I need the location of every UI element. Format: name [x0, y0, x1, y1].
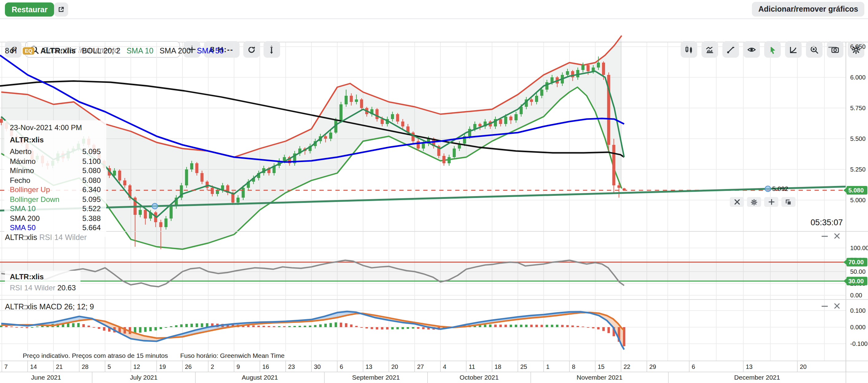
minimize-icon[interactable] — [821, 233, 829, 239]
candle-body — [540, 90, 544, 96]
legend-symbol: ALTR:xlis — [40, 47, 75, 55]
macd-histogram-bar — [489, 324, 491, 327]
close-icon — [734, 199, 740, 205]
trendline-price-label: 5.092 — [772, 185, 788, 192]
candle-body — [211, 188, 214, 194]
drawing-floating-toolbar — [730, 197, 796, 207]
macd-histogram-bar — [5, 326, 8, 327]
axis-label: 6 — [340, 363, 343, 370]
candle-body — [597, 63, 600, 68]
axis-label: June 2021 — [31, 374, 61, 381]
macd-histogram-bar — [185, 324, 188, 327]
macd-histogram-bar — [160, 327, 162, 329]
macd-histogram-bar — [515, 325, 517, 327]
macd-histogram-bar — [93, 327, 95, 328]
candle-body — [592, 68, 595, 71]
macd-histogram-bar — [309, 325, 311, 327]
axis-label: 2 — [211, 363, 214, 370]
macd-histogram-bar — [314, 325, 316, 327]
macd-histogram-bar — [330, 323, 332, 327]
axis-label: 28 — [82, 363, 89, 370]
axis-label: October 2021 — [460, 374, 498, 381]
candle-body — [550, 77, 554, 82]
macd-histogram-bar — [155, 327, 157, 330]
axis-label: 5.250 — [850, 166, 866, 173]
macd-histogram-bar — [335, 322, 337, 327]
macd-histogram-bar — [283, 326, 286, 327]
macd-histogram-bar — [72, 323, 75, 327]
close-icon[interactable] — [834, 233, 840, 239]
status-indicative-price: Preço indicativo. Preços com atraso de 1… — [19, 351, 172, 360]
close-icon[interactable] — [834, 303, 840, 309]
macd-histogram-bar — [144, 327, 147, 332]
axis-label: 0.000 — [850, 324, 866, 330]
candle-body — [515, 114, 518, 120]
chart-legend: 8 H EQ ALTR:xlis BOLL 20; 2 SMA 10 SMA 2… — [5, 47, 224, 55]
tooltip-row: SMA 105.522 — [10, 204, 101, 214]
trendline-handle[interactable] — [765, 186, 771, 192]
axis-label: 6.000 — [850, 74, 866, 81]
tooltip-row: Bollinger Up6.340 — [10, 185, 101, 195]
axis-label: 70.00 — [848, 259, 864, 266]
macd-histogram-bar — [587, 327, 589, 328]
candle-body — [587, 65, 590, 71]
candle-body — [535, 96, 538, 102]
axis-label: 27 — [417, 363, 424, 370]
candle-body — [355, 99, 358, 102]
duplicate-drawing-button[interactable] — [781, 197, 796, 207]
data-window: 23-Nov-2021 4:00 PM ALTR:xlis Aberto5.09… — [4, 120, 106, 237]
macd-histogram-bar — [82, 324, 85, 327]
candle-body — [144, 210, 147, 218]
candle-body — [447, 157, 451, 163]
macd-histogram-bar — [546, 325, 548, 327]
macd-histogram-bar — [582, 326, 584, 327]
macd-histogram-bar — [304, 325, 306, 327]
rsi-value: 20.63 — [57, 284, 76, 292]
trendline-handle[interactable] — [152, 204, 158, 209]
macd-histogram-bar — [201, 323, 203, 327]
legend-sma200: SMA 200 — [159, 47, 190, 55]
axis-label: August 2021 — [242, 374, 278, 381]
macd-histogram-bar — [504, 325, 507, 327]
axis-label: December 2021 — [734, 374, 780, 381]
macd-histogram-bar — [288, 326, 291, 327]
tooltip-row: Aberto5.095 — [10, 147, 101, 157]
axis-label: July 2021 — [130, 374, 158, 381]
macd-histogram-bar — [412, 327, 414, 329]
macd-histogram-bar — [252, 325, 255, 327]
add-drawing-button[interactable] — [764, 197, 778, 207]
candle-body — [200, 173, 204, 182]
macd-histogram-bar — [257, 325, 260, 327]
macd-histogram-bar — [67, 323, 69, 327]
minimize-icon[interactable] — [828, 44, 835, 50]
macd-histogram-bar — [417, 327, 420, 329]
axis-label: September 2021 — [352, 374, 400, 381]
candle-body — [242, 188, 245, 198]
macd-histogram-bar — [340, 322, 342, 327]
drawing-settings-button[interactable] — [747, 197, 761, 207]
macd-histogram-bar — [103, 327, 105, 330]
candle-body — [113, 171, 116, 176]
axis-label: 11 — [469, 363, 475, 370]
candle-body — [582, 65, 585, 70]
axis-label: 6.250 — [850, 43, 866, 50]
legend-sma10: SMA 10 — [127, 47, 154, 55]
macd-histogram-bar — [391, 327, 394, 329]
macd-name: MACD 26; 12; 9 — [39, 303, 94, 311]
macd-histogram-bar — [608, 327, 610, 333]
axis-label: 29 — [649, 363, 656, 370]
macd-histogram-bar — [190, 324, 193, 327]
tooltip-row: SMA 2005.388 — [10, 214, 101, 223]
minimize-icon[interactable] — [821, 303, 829, 309]
rsi-band-fill — [0, 262, 846, 281]
macd-histogram-bar — [571, 325, 574, 327]
macd-histogram-bar — [422, 327, 425, 329]
candle-body — [509, 117, 512, 120]
candle-body — [190, 163, 193, 169]
delete-drawing-button[interactable] — [730, 197, 744, 207]
macd-histogram-bar — [293, 326, 296, 327]
axis-label: 30 — [314, 363, 321, 370]
chart-canvas[interactable]: 6.2506.0005.7505.5005.2505.000100.0075.0… — [0, 0, 868, 383]
macd-pane-controls — [821, 303, 840, 309]
candle-body — [417, 141, 420, 148]
